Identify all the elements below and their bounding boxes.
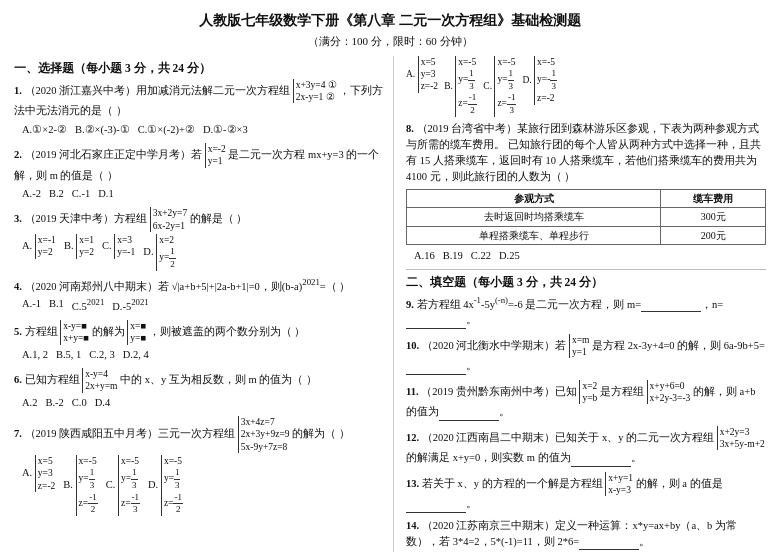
main-title: 人教版七年级数学下册《第八章 二元一次方程组》基础检测题 [14, 10, 766, 31]
q8-answer-options: A. x=5y=3z=-2 B. x=-5y=13z=-12 C. x=-5y=… [406, 56, 766, 117]
right-column: A. x=5y=3z=-2 B. x=-5y=13z=-12 C. x=-5y=… [402, 56, 766, 553]
visit-table: 参观方式 缆车费用 去时返回时均搭乘缆车 300元 单程搭乘缆车、单程步行 20… [406, 189, 766, 246]
question-5: 5. 方程组 x-y=■ x+y=■ 的解为 x=■ y=■ ，则被遮盖的两个数… [14, 320, 385, 363]
sub-title: （满分：100 分，限时：60 分钟） [14, 33, 766, 50]
section-choice-title: 一、选择题（每小题 3 分，共 24 分） [14, 60, 385, 77]
question-12: 12. （2020 江西南昌二中期末）已知关于 x、y 的二元一次方程组 x+2… [406, 426, 766, 467]
question-6: 6. 已知方程组 x-y=4 2x+y=m 中的 x、y 互为相反数，则 m 的… [14, 368, 385, 411]
question-14: 14. （2020 江苏南京三中期末）定义一种运算：x*y=ax+by（a、b … [406, 518, 766, 551]
question-1: 1. （2020 浙江嘉兴中考）用加减消元法解二元一次方程组 x+3y=4 ① … [14, 79, 385, 138]
question-11: 11. （2019 贵州黔东南州中考）已知 x=2 y=b 是方程组 x+y+6… [406, 380, 766, 421]
page-container: 人教版七年级数学下册《第八章 二元一次方程组》基础检测题 （满分：100 分，限… [14, 10, 766, 552]
question-10: 10. （2020 河北衡水中学期末）若 x=m y=1 是方程 2x-3y+4… [406, 334, 766, 375]
section-fill-title: 二、填空题（每小题 3 分，共 24 分） [406, 274, 766, 291]
question-13: 13. 若关于 x、y 的方程的一个解是方程组 x+y=1 x-y=3 的解，则… [406, 472, 766, 513]
question-7: 7. （2019 陕西咸阳五中月考）三元一次方程组 3x+4z=7 2x+3y+… [14, 416, 385, 516]
question-8: 8. （2019 台湾省中考）某旅行团到森林游乐区参观，下表为两种参观方式与所需… [406, 121, 766, 265]
question-2: 2. （2019 河北石家庄正定中学月考）若 x=-2 y=1 是二元一次方程 … [14, 143, 385, 202]
question-4: 4. （2020 河南郑州八中期末）若 √|a+b+5|+|2a-b+1|=0，… [14, 276, 385, 316]
question-3: 3. （2019 天津中考）方程组 3x+2y=7 6x-2y=1 的解是（ ）… [14, 207, 385, 270]
question-9: 9. 若方程组 4x-1-5y(-n)=-6 是二元一次方程，则 m=，n=。 [406, 294, 766, 329]
content-area: 一、选择题（每小题 3 分，共 24 分） 1. （2020 浙江嘉兴中考）用加… [14, 56, 766, 553]
left-column: 一、选择题（每小题 3 分，共 24 分） 1. （2020 浙江嘉兴中考）用加… [14, 56, 394, 553]
